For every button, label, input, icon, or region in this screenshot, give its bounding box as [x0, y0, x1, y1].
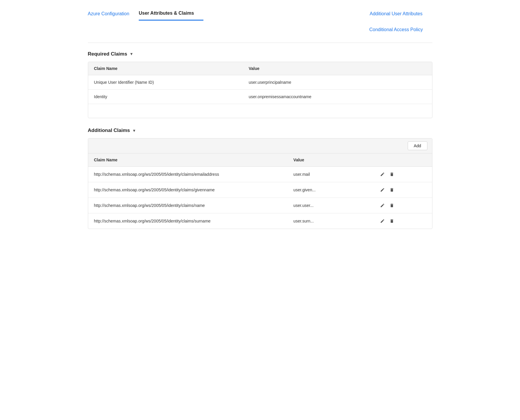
required-claims-header-row: Claim Name Value [88, 62, 432, 75]
edit-button-2[interactable] [379, 203, 385, 208]
delete-button-3[interactable] [389, 218, 395, 224]
additional-claim-value-2: user.user... [287, 198, 374, 213]
required-claim-name-1: Identity [88, 89, 243, 104]
table-row: http://schemas.xmlsoap.org/ws/2005/05/id… [88, 182, 432, 198]
actions-cell [379, 218, 426, 224]
additional-claims-chevron: ▼ [132, 128, 136, 133]
additional-claims-col-name: Claim Name [88, 153, 288, 167]
additional-claim-actions-3 [374, 213, 432, 229]
additional-claims-table: Claim Name Value http://schemas.xmlsoap.… [88, 153, 432, 229]
additional-claims-thead: Claim Name Value [88, 153, 432, 167]
actions-cell [379, 203, 426, 208]
additional-claim-actions-0 [374, 167, 432, 182]
nav-additional-user-attributes[interactable]: Additional User Attributes [370, 6, 432, 22]
trash-icon [389, 188, 394, 192]
nav-user-attributes-claims[interactable]: User Attributes & Claims [139, 6, 203, 21]
additional-claims-tbody: http://schemas.xmlsoap.org/ws/2005/05/id… [88, 167, 432, 229]
required-claim-value-1: user.onpremisessamaccountname [243, 89, 432, 104]
edit-button-3[interactable] [379, 218, 385, 224]
nav-right-group: Additional User Attributes Conditional A… [360, 6, 432, 43]
pencil-icon [380, 172, 385, 177]
additional-claim-name-0: http://schemas.xmlsoap.org/ws/2005/05/id… [88, 167, 288, 182]
additional-claims-col-value: Value [287, 153, 374, 167]
pencil-icon [380, 203, 385, 208]
page-wrapper: Azure Configuration User Attributes & Cl… [81, 0, 439, 244]
table-row: Identity user.onpremisessamaccountname [88, 89, 432, 104]
additional-claims-title: Additional Claims [88, 128, 130, 133]
nav-conditional-access-policy[interactable]: Conditional Access Policy [369, 22, 432, 38]
table-row: http://schemas.xmlsoap.org/ws/2005/05/id… [88, 198, 432, 213]
additional-claims-col-actions [374, 153, 432, 167]
table-row: Unique User Identifier (Name ID) user.us… [88, 75, 432, 89]
delete-button-0[interactable] [389, 171, 395, 177]
additional-claims-toolbar: Add [88, 138, 432, 153]
table-row-empty [88, 104, 432, 118]
required-claims-thead: Claim Name Value [88, 62, 432, 75]
additional-claims-header-row: Claim Name Value [88, 153, 432, 167]
additional-claim-name-3: http://schemas.xmlsoap.org/ws/2005/05/id… [88, 213, 288, 229]
required-claims-col-value: Value [243, 62, 432, 75]
required-claims-col-name: Claim Name [88, 62, 243, 75]
trash-icon [389, 172, 394, 177]
additional-claim-actions-2 [374, 198, 432, 213]
additional-claim-name-2: http://schemas.xmlsoap.org/ws/2005/05/id… [88, 198, 288, 213]
edit-button-1[interactable] [379, 187, 385, 193]
trash-icon [389, 203, 394, 208]
additional-claim-value-0: user.mail [287, 167, 374, 182]
required-claims-header[interactable]: Required Claims ▼ [88, 51, 432, 57]
required-claims-chevron: ▼ [130, 52, 133, 56]
table-row: http://schemas.xmlsoap.org/ws/2005/05/id… [88, 167, 432, 182]
required-claims-table-wrapper: Claim Name Value Unique User Identifier … [88, 62, 432, 118]
required-claim-name-0: Unique User Identifier (Name ID) [88, 75, 243, 89]
trash-icon [389, 219, 394, 223]
required-claims-title: Required Claims [88, 51, 127, 57]
nav-azure-configuration[interactable]: Azure Configuration [88, 6, 139, 22]
delete-button-1[interactable] [389, 187, 395, 193]
additional-claim-value-3: user.surn... [287, 213, 374, 229]
edit-button-0[interactable] [379, 171, 385, 177]
additional-claim-name-1: http://schemas.xmlsoap.org/ws/2005/05/id… [88, 182, 288, 198]
actions-cell [379, 187, 426, 193]
table-row: http://schemas.xmlsoap.org/ws/2005/05/id… [88, 213, 432, 229]
top-nav: Azure Configuration User Attributes & Cl… [88, 6, 432, 43]
delete-button-2[interactable] [389, 203, 395, 208]
additional-claims-table-wrapper: Add Claim Name Value http://schemas.xmls… [88, 138, 432, 229]
required-claims-tbody: Unique User Identifier (Name ID) user.us… [88, 75, 432, 118]
required-claims-table: Claim Name Value Unique User Identifier … [88, 62, 432, 118]
pencil-icon [380, 188, 385, 192]
additional-claim-value-1: user.given... [287, 182, 374, 198]
additional-claim-actions-1 [374, 182, 432, 198]
additional-claims-header[interactable]: Additional Claims ▼ [88, 128, 432, 133]
required-claim-value-0: user.userprincipalname [243, 75, 432, 89]
add-button[interactable]: Add [408, 141, 427, 150]
pencil-icon [380, 219, 385, 223]
actions-cell [379, 171, 426, 177]
